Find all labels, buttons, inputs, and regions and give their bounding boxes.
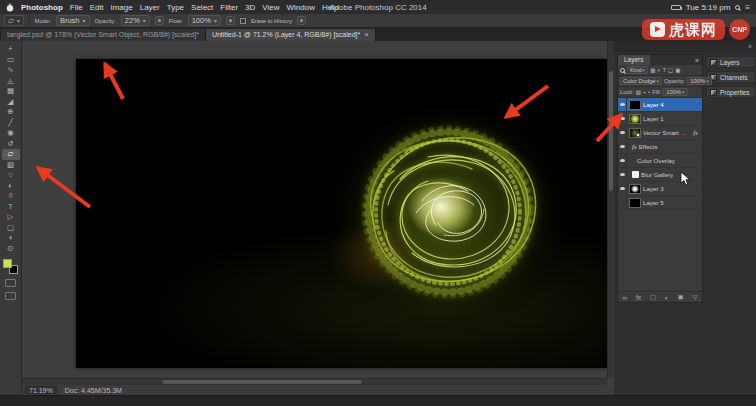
panel-menu-icon[interactable] bbox=[695, 57, 702, 64]
pen-tool[interactable]: ◊ bbox=[2, 191, 20, 202]
airbrush-icon[interactable] bbox=[226, 16, 235, 25]
menu-item-filter[interactable]: Filter bbox=[220, 3, 238, 12]
menu-item-file[interactable]: File bbox=[70, 3, 83, 12]
brush-tool[interactable]: ╱ bbox=[2, 118, 20, 129]
layer-row-layer-5[interactable]: Layer 5 bbox=[618, 196, 702, 210]
layer-row-layer-1[interactable]: Layer 1 bbox=[618, 112, 702, 126]
visibility-toggle[interactable] bbox=[618, 196, 627, 209]
blur-tool[interactable]: ○ bbox=[2, 170, 20, 181]
visibility-toggle[interactable] bbox=[618, 154, 627, 167]
layer-filter-dropdown[interactable]: Kind bbox=[627, 66, 648, 74]
document-canvas[interactable] bbox=[76, 59, 607, 368]
shape-layer-filter-icon[interactable]: ▢ bbox=[668, 67, 673, 73]
layer-thumbnail[interactable] bbox=[629, 114, 641, 124]
crop-tool[interactable]: ▦ bbox=[2, 86, 20, 97]
panel-properties[interactable]: Properties bbox=[706, 86, 756, 98]
tool-preset-picker[interactable]: ▱ bbox=[4, 15, 24, 26]
visibility-toggle[interactable] bbox=[618, 112, 627, 125]
layer-row-layer-3[interactable]: Layer 3 bbox=[618, 182, 702, 196]
layer-thumbnail[interactable] bbox=[629, 184, 641, 194]
type-layer-filter-icon[interactable]: T bbox=[663, 67, 666, 73]
new-layer-icon[interactable]: ▣ bbox=[678, 293, 684, 301]
shape-tool[interactable]: ▢ bbox=[2, 223, 20, 234]
tab-close-icon[interactable]: × bbox=[364, 29, 369, 41]
app-menu[interactable]: Photoshop bbox=[21, 3, 63, 12]
menu-item-3d[interactable]: 3D bbox=[245, 3, 255, 12]
visibility-toggle[interactable] bbox=[618, 182, 627, 195]
layer-thumbnail[interactable] bbox=[629, 128, 641, 138]
erase-to-history-checkbox[interactable] bbox=[240, 18, 246, 24]
type-tool[interactable]: T bbox=[2, 202, 20, 213]
visibility-toggle[interactable] bbox=[618, 168, 627, 181]
layer-thumbnail[interactable] bbox=[629, 198, 641, 208]
adjustment-layer-filter-icon[interactable]: ◐ bbox=[657, 67, 660, 73]
menu-item-select[interactable]: Select bbox=[191, 3, 213, 12]
vertical-scrollbar[interactable] bbox=[607, 41, 614, 378]
mode-dropdown[interactable]: Brush bbox=[56, 15, 90, 26]
menu-item-type[interactable]: Type bbox=[167, 3, 184, 12]
marquee-tool[interactable]: ▭ bbox=[2, 55, 20, 66]
healing-brush-tool[interactable]: ⊕ bbox=[2, 107, 20, 118]
layer-fx-badge[interactable]: fx bbox=[693, 129, 700, 136]
quick-mask-icon[interactable] bbox=[5, 279, 16, 287]
lock-position-icon[interactable]: + bbox=[643, 89, 646, 95]
spotlight-icon[interactable] bbox=[735, 5, 740, 10]
layer-row-layer-4[interactable]: Layer 4 bbox=[618, 98, 702, 112]
visibility-toggle[interactable] bbox=[618, 126, 627, 139]
menu-item-layer[interactable]: Layer bbox=[140, 3, 160, 12]
lock-all-icon[interactable]: ▪ bbox=[648, 89, 650, 95]
link-layers-icon[interactable]: ∞ bbox=[622, 294, 627, 301]
panel-channels[interactable]: Channels bbox=[706, 71, 756, 83]
hand-tool[interactable]: ◖ bbox=[2, 233, 20, 244]
menu-item-edit[interactable]: Edit bbox=[90, 3, 104, 12]
flow-dropdown[interactable]: 100% bbox=[188, 15, 221, 26]
menu-item-image[interactable]: Image bbox=[110, 3, 132, 12]
history-brush-tool[interactable]: ↺ bbox=[2, 139, 20, 150]
delete-layer-icon[interactable]: ▽ bbox=[693, 293, 698, 301]
foreground-color-swatch[interactable] bbox=[3, 259, 12, 268]
collapse-panels-bar[interactable] bbox=[614, 41, 756, 52]
panel-layers[interactable]: Layers bbox=[706, 56, 756, 68]
pixel-layer-filter-icon[interactable]: ▦ bbox=[650, 67, 655, 73]
menu-clock[interactable]: Tue 5:19 pm bbox=[686, 3, 731, 12]
eyedropper-tool[interactable]: ◢ bbox=[2, 97, 20, 108]
adjustment-layer-icon[interactable]: ◐ bbox=[665, 294, 669, 301]
lasso-tool[interactable]: ∿ bbox=[2, 65, 20, 76]
move-tool[interactable]: + bbox=[2, 44, 20, 55]
document-tab[interactable]: tangled.psd @ 178% (Vector Smart Object,… bbox=[1, 29, 206, 41]
document-tab[interactable]: Untitled-1 @ 71.2% (Layer 4, RGB/8#) [sc… bbox=[206, 29, 376, 41]
eraser-tool[interactable]: ▱ bbox=[2, 149, 20, 160]
gradient-tool[interactable]: ▧ bbox=[2, 160, 20, 171]
apple-icon[interactable] bbox=[6, 3, 14, 12]
layer-opacity-field[interactable]: 100% bbox=[687, 77, 711, 85]
layer-row-vector-smart-object[interactable]: Vector Smart Objectfx bbox=[618, 126, 702, 140]
pressure-opacity-icon[interactable] bbox=[155, 16, 164, 25]
layer-thumbnail[interactable] bbox=[629, 100, 641, 110]
brush-panel-toggle-icon[interactable] bbox=[297, 16, 306, 25]
layer-row-color-overlay[interactable]: Color Overlay bbox=[618, 154, 702, 168]
blend-mode-dropdown[interactable]: Color Dodge bbox=[620, 77, 662, 85]
zoom-level-field[interactable]: 71.19% bbox=[25, 386, 57, 394]
layer-mask-icon[interactable]: ▢ bbox=[650, 293, 656, 301]
layer-style-icon[interactable]: fx bbox=[636, 294, 641, 301]
visibility-toggle[interactable] bbox=[618, 140, 627, 153]
screen-mode-icon[interactable] bbox=[5, 292, 16, 300]
layers-panel-tab[interactable]: Layers bbox=[618, 55, 650, 65]
clone-stamp-tool[interactable]: ◉ bbox=[2, 128, 20, 139]
menu-item-window[interactable]: Window bbox=[287, 3, 315, 12]
layer-row-blur-gallery[interactable]: Blur Gallery bbox=[618, 168, 702, 182]
notification-center-icon[interactable] bbox=[745, 3, 750, 12]
layer-fill-field[interactable]: 100% bbox=[663, 88, 687, 96]
dodge-tool[interactable]: ◐ bbox=[2, 181, 20, 192]
quick-selection-tool[interactable]: ◬ bbox=[2, 76, 20, 87]
visibility-toggle[interactable] bbox=[618, 98, 627, 111]
smart-object-filter-icon[interactable]: ▣ bbox=[675, 67, 680, 73]
horizontal-scrollbar[interactable] bbox=[22, 378, 607, 385]
zoom-tool[interactable]: ⊙ bbox=[2, 244, 20, 255]
menu-item-view[interactable]: View bbox=[262, 3, 279, 12]
timeline-strip[interactable] bbox=[0, 395, 756, 406]
opacity-dropdown[interactable]: 22% bbox=[121, 15, 150, 26]
layer-row-effects[interactable]: fxEffects bbox=[618, 140, 702, 154]
lock-transparency-icon[interactable]: ▨ bbox=[636, 89, 641, 95]
path-selection-tool[interactable]: ▷ bbox=[2, 212, 20, 223]
